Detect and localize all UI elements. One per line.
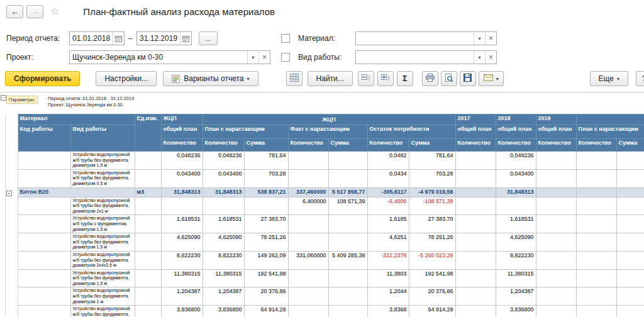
value-cell[interactable] — [288, 287, 328, 306]
autosum-button[interactable]: Σ — [397, 71, 413, 86]
period-more-button[interactable]: ... — [199, 31, 218, 45]
value-cell[interactable]: 0,048236 — [496, 152, 536, 170]
work-code-cell[interactable] — [18, 269, 70, 287]
value-cell[interactable] — [496, 197, 536, 215]
value-cell[interactable]: 4,625090 — [203, 233, 244, 252]
work-code-cell[interactable] — [18, 197, 70, 215]
value-cell[interactable]: 192 541,98 — [244, 269, 288, 287]
value-cell[interactable] — [455, 233, 496, 252]
value-cell[interactable] — [536, 187, 576, 197]
value-cell[interactable]: 8,822230 — [203, 251, 244, 269]
work-type-cell[interactable]: Устройство водопропускной ж/б трубы без … — [70, 233, 135, 252]
collapse-all-icon[interactable]: - — [1, 95, 6, 101]
value-cell[interactable]: 1,618531 — [161, 215, 203, 233]
value-cell[interactable] — [536, 287, 576, 306]
value-cell[interactable] — [288, 169, 328, 187]
value-cell[interactable] — [536, 215, 576, 233]
value-cell[interactable]: 64 914,29 — [409, 306, 455, 317]
work-code-cell[interactable] — [18, 169, 70, 187]
value-cell[interactable]: 331,060000 — [288, 251, 328, 269]
value-cell[interactable]: 703,28 — [244, 169, 288, 187]
value-cell[interactable] — [328, 215, 367, 233]
value-cell[interactable]: 5 409 285,38 — [328, 251, 367, 269]
value-cell[interactable] — [536, 251, 576, 269]
forward-button[interactable]: → — [26, 5, 43, 18]
value-cell[interactable]: 4,625090 — [496, 233, 536, 252]
value-cell[interactable] — [244, 197, 288, 215]
value-cell[interactable] — [616, 152, 644, 170]
print-button[interactable] — [422, 71, 438, 86]
value-cell[interactable]: 8,822230 — [161, 251, 203, 269]
value-cell[interactable]: 1,618531 — [496, 215, 536, 233]
collapse-groups-button[interactable] — [358, 71, 374, 86]
value-cell[interactable] — [455, 287, 496, 306]
value-cell[interactable] — [328, 169, 367, 187]
value-cell[interactable]: 0,043400 — [161, 169, 203, 187]
value-cell[interactable]: 1,6185 — [367, 215, 409, 233]
value-cell[interactable] — [455, 169, 496, 187]
work-code-cell[interactable] — [18, 215, 70, 233]
value-cell[interactable]: 149 262,09 — [244, 251, 288, 269]
value-cell[interactable]: 781,64 — [409, 152, 455, 170]
value-cell[interactable]: 0,043400 — [203, 169, 244, 187]
send-email-button[interactable]: ▾ — [479, 71, 504, 86]
value-cell[interactable]: 1,2044 — [367, 287, 409, 306]
value-cell[interactable]: 20 376,86 — [244, 287, 288, 306]
value-cell[interactable]: -108 571,39 — [409, 197, 455, 215]
value-cell[interactable]: 31,848313 — [496, 187, 536, 197]
back-button[interactable]: ← — [6, 5, 23, 18]
value-cell[interactable] — [576, 187, 616, 197]
work-type-cell[interactable]: Устройство водопропускной ж/б трубы без … — [70, 306, 135, 317]
value-cell[interactable] — [616, 187, 644, 197]
dropdown-icon[interactable]: ▾ — [474, 32, 485, 45]
value-cell[interactable]: 78 251,26 — [244, 233, 288, 252]
value-cell[interactable] — [616, 233, 644, 252]
value-cell[interactable]: 64 914,29 — [244, 306, 288, 317]
value-cell[interactable]: 6,400000 — [288, 197, 328, 215]
value-cell[interactable]: 538 837,21 — [244, 187, 288, 197]
value-cell[interactable]: 3,836800 — [161, 306, 203, 317]
unit-cell[interactable] — [135, 197, 161, 215]
settings-button[interactable]: Настройки... — [96, 71, 157, 86]
work-code-cell[interactable] — [18, 306, 70, 317]
value-cell[interactable] — [576, 306, 616, 317]
value-cell[interactable]: 0,043400 — [496, 169, 536, 187]
value-cell[interactable]: 4,6251 — [367, 233, 409, 252]
value-cell[interactable]: 1,204387 — [496, 287, 536, 306]
value-cell[interactable]: 0,0482 — [367, 152, 409, 170]
unit-cell[interactable] — [135, 152, 161, 170]
value-cell[interactable]: 3,836800 — [496, 306, 536, 317]
unit-cell[interactable] — [135, 169, 161, 187]
project-input[interactable]: Щучинск-Зеренда км 0-30 ▾ × — [69, 50, 270, 64]
value-cell[interactable] — [536, 306, 576, 317]
material-input[interactable]: ▾ × — [355, 31, 497, 45]
unit-cell[interactable]: м3 — [135, 187, 161, 197]
work-code-cell[interactable] — [18, 233, 70, 252]
value-cell[interactable]: 20 376,86 — [409, 287, 455, 306]
value-cell[interactable]: 3,8368 — [367, 306, 409, 317]
value-cell[interactable] — [288, 269, 328, 287]
value-cell[interactable] — [455, 215, 496, 233]
value-cell[interactable]: 0,0434 — [367, 169, 409, 187]
unit-cell[interactable] — [135, 215, 161, 233]
value-cell[interactable] — [455, 269, 496, 287]
dropdown-icon[interactable]: ▾ — [247, 51, 258, 64]
generate-button[interactable]: Сформировать — [5, 71, 80, 86]
value-cell[interactable]: 3,836800 — [203, 306, 244, 317]
value-cell[interactable]: 78 251,26 — [409, 233, 455, 252]
value-cell[interactable]: 1,204387 — [161, 287, 203, 306]
value-cell[interactable]: 11,380315 — [161, 269, 203, 287]
value-cell[interactable]: 11,380315 — [203, 269, 244, 287]
value-cell[interactable] — [455, 306, 496, 317]
work-type-cell[interactable]: Устройство водопропускной ж/б трубы с фу… — [70, 215, 135, 233]
report-variants-button[interactable]: Варианты отчета ▾ — [163, 71, 258, 86]
clear-icon[interactable]: × — [258, 51, 270, 64]
value-cell[interactable]: -322,2378 — [367, 251, 409, 269]
unit-cell[interactable] — [135, 251, 161, 269]
value-cell[interactable] — [455, 251, 496, 269]
unit-cell[interactable] — [135, 306, 161, 317]
calendar-icon[interactable] — [113, 32, 124, 45]
value-cell[interactable] — [616, 306, 644, 317]
value-cell[interactable] — [616, 251, 644, 269]
value-cell[interactable]: 108 571,39 — [328, 197, 367, 215]
